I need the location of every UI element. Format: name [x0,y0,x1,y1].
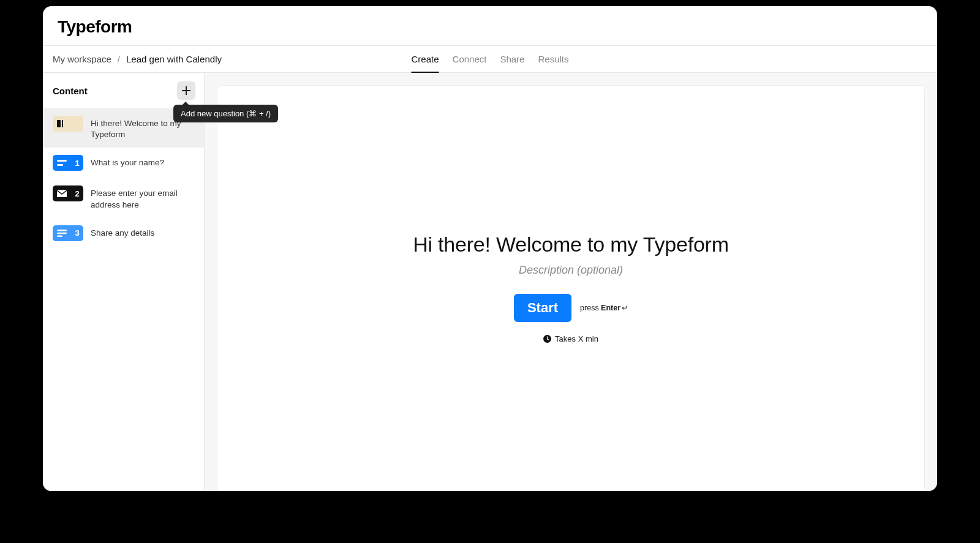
tab-results[interactable]: Results [538,46,568,72]
header-row: My workspace / Lead gen with Calendly Cr… [43,46,937,73]
sidebar-item-question-2[interactable]: 2 Please enter your email address here [43,178,204,217]
clock-icon [543,335,551,343]
long-text-icon [53,225,71,241]
sidebar-title: Content [53,86,88,96]
breadcrumb-form[interactable]: Lead gen with Calendly [126,54,222,64]
add-question-button[interactable]: Add new question (⌘ + /) [177,81,195,100]
question-list: Hi there! Welcome to my Typeform 1 What … [43,108,204,255]
start-button[interactable]: Start [514,294,571,322]
press-enter-hint: press Enter↵ [580,304,628,312]
takes-time-row: Takes X min [375,334,767,343]
question-label: What is your name? [91,155,164,168]
question-badge [53,116,83,132]
breadcrumb-workspace[interactable]: My workspace [53,54,111,64]
svg-rect-6 [57,233,67,234]
short-text-icon [53,155,71,171]
plus-icon [182,86,190,95]
press-key: Enter [601,304,620,312]
question-number: 3 [71,228,83,238]
sidebar: Content Add new question (⌘ + /) Hi ther… [43,73,205,491]
sidebar-header: Content Add new question (⌘ + /) [43,73,204,108]
sidebar-item-question-1[interactable]: 1 What is your name? [43,148,204,178]
question-badge: 2 [53,185,83,201]
start-row: Start press Enter↵ [375,294,767,322]
welcome-block: Hi there! Welcome to my Typeform Descrip… [375,233,767,343]
takes-time-text: Takes X min [555,334,598,343]
press-prefix: press [580,304,601,312]
breadcrumb: My workspace / Lead gen with Calendly [53,54,222,64]
tab-connect[interactable]: Connect [453,46,487,72]
welcome-screen-icon [53,116,71,132]
svg-rect-3 [57,164,63,166]
sidebar-item-question-3[interactable]: 3 Share any details [43,218,204,249]
tab-bar: Create Connect Share Results [412,46,569,72]
svg-rect-1 [62,120,63,127]
question-label: Share any details [91,225,154,239]
canvas-area: Hi there! Welcome to my Typeform Descrip… [205,73,937,491]
brand-bar: Typeform [43,6,937,46]
svg-rect-7 [57,235,62,237]
svg-rect-5 [57,230,67,231]
form-canvas: Hi there! Welcome to my Typeform Descrip… [217,85,925,491]
question-badge: 1 [53,155,83,171]
svg-rect-0 [57,120,61,127]
question-number: 1 [71,159,83,168]
question-badge: 3 [53,225,83,241]
question-label: Please enter your email address here [91,185,195,210]
breadcrumb-separator: / [118,54,120,64]
tab-share[interactable]: Share [500,46,524,72]
body: Content Add new question (⌘ + /) Hi ther… [43,73,937,491]
svg-rect-2 [57,160,67,162]
email-icon [53,185,71,201]
app-window: Typeform My workspace / Lead gen with Ca… [43,6,937,491]
svg-rect-4 [57,190,67,197]
enter-icon: ↵ [622,304,628,312]
brand-logo: Typeform [58,17,922,37]
welcome-title-input[interactable]: Hi there! Welcome to my Typeform [375,233,767,257]
question-number: 2 [71,189,83,198]
tab-create[interactable]: Create [412,46,439,72]
welcome-description-input[interactable]: Description (optional) [375,264,767,277]
add-question-tooltip: Add new question (⌘ + /) [173,105,278,122]
